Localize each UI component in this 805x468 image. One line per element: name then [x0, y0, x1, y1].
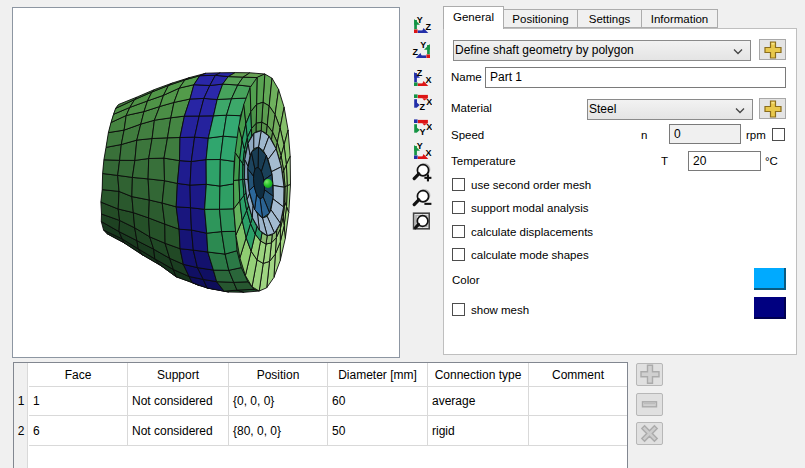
svg-text:Z: Z — [426, 22, 432, 32]
svg-text:X: X — [426, 122, 432, 132]
svg-text:Z: Z — [413, 47, 419, 57]
svg-text:Y: Y — [420, 40, 426, 50]
svg-text:Y: Y — [417, 141, 423, 151]
svg-text:Z: Z — [417, 68, 423, 78]
svg-text:Y: Y — [417, 15, 423, 25]
svg-text:X: X — [426, 148, 432, 158]
svg-text:Z: Z — [419, 102, 425, 110]
svg-text:X: X — [426, 75, 432, 85]
svg-text:Y: Y — [419, 127, 425, 135]
svg-text:X: X — [426, 97, 432, 107]
